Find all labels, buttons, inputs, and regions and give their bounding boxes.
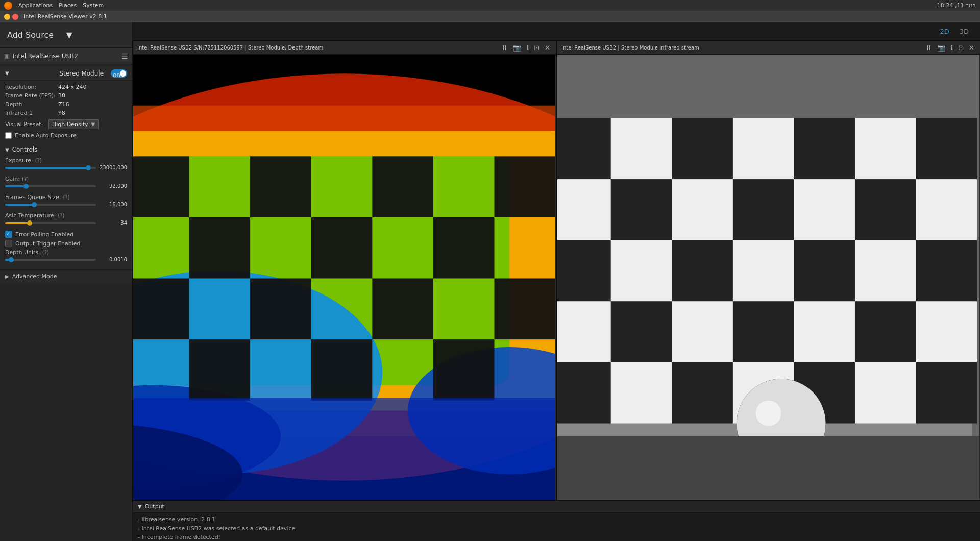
controls-collapse-icon: ▼ xyxy=(5,147,9,153)
exposure-help-icon[interactable]: (?) xyxy=(35,158,42,163)
output-trigger-checkbox[interactable] xyxy=(5,240,12,247)
depth-close-icon[interactable]: ✕ xyxy=(544,44,551,52)
svg-rect-15 xyxy=(133,278,189,339)
ir-screenshot-icon[interactable]: 📷 xyxy=(936,44,946,52)
content-area: 2D 3D Intel RealSense USB2 S/N:725112060… xyxy=(133,22,980,541)
infrared-value: Y8 xyxy=(58,110,65,116)
svg-rect-18 xyxy=(494,278,555,339)
app-title-bar: Intel RealSense Viewer v2.8.1 xyxy=(0,11,980,22)
svg-rect-46 xyxy=(611,240,672,302)
add-source-label: Add Source xyxy=(7,30,66,40)
system-time: 18:24 ,11 בנוב xyxy=(937,2,976,9)
svg-rect-65 xyxy=(557,362,611,424)
svg-point-71 xyxy=(756,401,781,426)
device-section: ▣ Intel RealSense USB2 ☰ ▼ Stereo Module… xyxy=(0,48,132,285)
gain-label: Gain: xyxy=(5,176,20,182)
stereo-module-collapse-icon: ▼ xyxy=(5,70,57,76)
depth-stream-title: Intel RealSense USB2 S/N:725112060597 | … xyxy=(137,45,497,51)
svg-rect-13 xyxy=(311,217,373,279)
gain-help-icon[interactable]: (?) xyxy=(22,176,29,182)
svg-rect-68 xyxy=(916,362,977,424)
ir-stream-canvas xyxy=(557,55,979,500)
ir-info-icon[interactable]: ℹ xyxy=(949,44,954,52)
advanced-mode-row[interactable]: ▶ Advanced Mode xyxy=(0,269,132,283)
gain-value: 92.000 xyxy=(99,183,127,189)
ir-pause-icon[interactable]: ⏸ xyxy=(924,44,933,52)
svg-rect-16 xyxy=(250,278,311,339)
auto-exposure-row[interactable]: Enable Auto Exposure xyxy=(5,132,127,139)
depth-units-value: 0.0010 xyxy=(99,257,127,262)
visual-preset-row: Visual Preset: High Density ▼ xyxy=(5,119,127,129)
asic-temp-slider[interactable] xyxy=(5,222,96,224)
svg-rect-39 xyxy=(733,179,794,240)
device-menu-icon[interactable]: ☰ xyxy=(121,52,128,60)
depth-pause-icon[interactable]: ⏸ xyxy=(500,44,509,52)
ir-stream-title: Intel RealSense USB2 | Stereo Module Inf… xyxy=(561,45,921,51)
frames-queue-control: Frames Queue Size: (?) 16.000 xyxy=(5,194,127,207)
svg-rect-44 xyxy=(916,179,977,240)
svg-rect-56 xyxy=(855,301,916,362)
preset-value: High Density xyxy=(52,121,88,128)
controls-header[interactable]: ▼ Controls xyxy=(5,146,127,153)
toggle-on-label: on xyxy=(113,71,120,79)
depth-stream-canvas xyxy=(133,55,555,500)
depth-screenshot-icon[interactable]: 📷 xyxy=(512,44,522,52)
visual-preset-label: Visual Preset: xyxy=(5,121,48,128)
svg-rect-59 xyxy=(794,301,855,362)
gain-slider[interactable] xyxy=(5,185,96,187)
depth-units-slider[interactable] xyxy=(5,259,96,261)
menu-system[interactable]: System xyxy=(83,2,104,9)
minimize-button[interactable] xyxy=(4,14,10,20)
view-3d-button[interactable]: 3D xyxy=(957,27,972,36)
depth-units-control: Depth Units: (?) 0.0010 xyxy=(5,249,127,262)
add-source-arrow-icon: ▼ xyxy=(66,30,126,40)
depth-units-help-icon[interactable]: (?) xyxy=(42,250,49,255)
output-trigger-row[interactable]: Output Trigger Enabled xyxy=(5,240,127,247)
menu-applications[interactable]: Applications xyxy=(18,2,53,9)
svg-rect-8 xyxy=(133,156,189,217)
frames-queue-slider[interactable] xyxy=(5,204,96,206)
depth-value: Z16 xyxy=(58,101,69,108)
depth-stream-svg xyxy=(133,55,555,500)
depth-maximize-icon[interactable]: ⊡ xyxy=(533,44,541,52)
visual-preset-dropdown[interactable]: High Density ▼ xyxy=(48,119,99,129)
svg-rect-10 xyxy=(372,156,433,217)
output-header[interactable]: ▼ Output xyxy=(133,501,980,513)
frames-queue-help-icon[interactable]: (?) xyxy=(63,194,69,200)
advanced-mode-label: Advanced Mode xyxy=(12,273,57,280)
firefox-icon xyxy=(4,2,12,10)
svg-rect-64 xyxy=(855,362,916,424)
stereo-settings-area: Resolution: 424 x 240 Frame Rate (FPS): … xyxy=(0,81,132,144)
view-2d-button[interactable]: 2D xyxy=(937,27,952,36)
system-bar-left: Applications Places System xyxy=(4,2,104,10)
output-panel: ▼ Output - librealsense version: 2.8.1 -… xyxy=(133,500,980,541)
exposure-value: 23000.000 xyxy=(99,165,127,170)
infrared-row: Infrared 1 Y8 xyxy=(5,110,127,116)
output-log-line-3: - Incomplete frame detected! xyxy=(138,533,975,541)
exposure-slider[interactable] xyxy=(5,167,96,169)
ir-stream-header: Intel RealSense USB2 | Stereo Module Inf… xyxy=(557,41,979,55)
stereo-module-toggle[interactable]: on xyxy=(111,69,127,78)
svg-rect-30 xyxy=(611,118,672,180)
close-button[interactable] xyxy=(12,14,18,20)
depth-label: Depth xyxy=(5,101,56,108)
svg-rect-19 xyxy=(189,339,251,401)
svg-rect-58 xyxy=(672,301,733,362)
depth-stream-header: Intel RealSense USB2 S/N:725112060597 | … xyxy=(133,41,555,55)
asic-temp-help-icon[interactable]: (?) xyxy=(58,213,64,218)
stereo-module-header[interactable]: ▼ Stereo Module on xyxy=(0,66,132,81)
svg-rect-31 xyxy=(733,118,794,180)
ir-maximize-icon[interactable]: ⊡ xyxy=(957,44,965,52)
depth-info-icon[interactable]: ℹ xyxy=(525,44,530,52)
error-polling-row[interactable]: Error Polling Enabled xyxy=(5,231,127,238)
add-source-button[interactable]: Add Source ▼ xyxy=(0,22,132,48)
error-polling-checkbox[interactable] xyxy=(5,231,12,238)
svg-rect-35 xyxy=(794,118,855,180)
svg-rect-60 xyxy=(916,301,977,362)
ir-close-icon[interactable]: ✕ xyxy=(968,44,975,52)
svg-rect-12 xyxy=(189,217,251,279)
svg-rect-21 xyxy=(433,339,495,401)
menu-places[interactable]: Places xyxy=(59,2,77,9)
main-layout: Add Source ▼ ▣ Intel RealSense USB2 ☰ ▼ … xyxy=(0,22,980,541)
auto-exposure-checkbox[interactable] xyxy=(5,132,12,139)
